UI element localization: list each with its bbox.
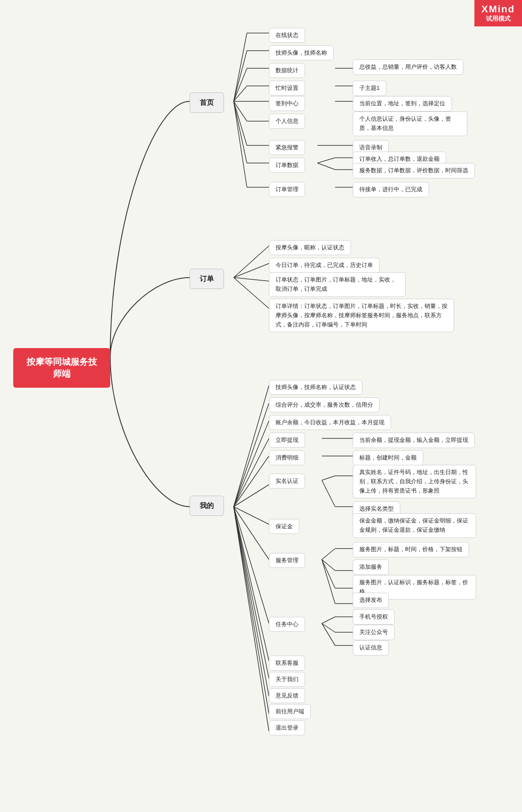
svg-line-45	[322, 549, 335, 560]
svg-line-38	[234, 485, 269, 507]
node-m3: 账户余额，今日收益，本月收益，本月提现	[269, 415, 391, 430]
xmind-subtitle: 试用模式	[481, 15, 515, 23]
svg-line-27	[234, 246, 269, 278]
node-h1: 在线状态	[269, 28, 305, 43]
root-label: 按摩等同城服务技师端	[26, 357, 97, 378]
category-orders-label: 订单	[200, 275, 214, 282]
node-m1: 技师头像，技师名称，认证状态	[269, 380, 362, 395]
node-m9-d3: 认证信息	[353, 640, 389, 656]
node-o2: 今日订单，待完成，已完成，历史订单	[269, 258, 380, 273]
node-m12: 意见反馈	[269, 688, 305, 703]
node-m9: 任务中心	[269, 617, 305, 632]
node-h2: 技师头像，技师名称	[269, 45, 334, 60]
node-m6: 实名认证	[269, 474, 305, 489]
svg-line-53	[234, 507, 269, 623]
node-m8-d2: 添加服务	[353, 560, 389, 575]
node-m11: 关于我们	[269, 672, 305, 687]
root-node: 按摩等同城服务技师端	[13, 348, 110, 388]
svg-line-63	[234, 507, 269, 714]
svg-line-54	[322, 617, 335, 623]
svg-line-33	[234, 421, 269, 507]
svg-line-51	[322, 560, 335, 604]
svg-line-49	[322, 560, 335, 588]
category-orders: 订单	[190, 269, 224, 289]
svg-line-2	[234, 51, 247, 101]
node-m13: 前往用户端	[269, 704, 311, 719]
svg-line-36	[234, 456, 269, 507]
svg-line-30	[234, 278, 269, 308]
node-m8: 服务管理	[269, 553, 305, 568]
node-m14: 退出登录	[269, 720, 305, 735]
category-mine: 我的	[190, 496, 224, 516]
node-o4: 订单详情：订单状态，订单图片，订单标题，时长，实收，销量，按摩师头像，按摩师名称…	[269, 299, 454, 332]
svg-line-28	[234, 263, 269, 278]
node-h5-detail: 当前位置，地址，签到，选择定位	[353, 96, 452, 111]
node-m9-d1: 手机号授权	[353, 609, 395, 625]
svg-line-34	[234, 438, 269, 507]
xmind-title: XMind	[481, 4, 515, 15]
svg-line-41	[322, 480, 335, 507]
svg-line-47	[322, 560, 335, 571]
node-m5-detail: 标题，创建时间，金额	[353, 450, 423, 466]
svg-line-31	[234, 386, 269, 507]
svg-line-60	[234, 507, 269, 661]
node-h4: 忙时设置	[269, 81, 305, 96]
svg-line-22	[317, 163, 335, 170]
node-h6: 个人信息	[269, 114, 305, 129]
node-h9-detail: 待接单，进行中，已完成	[353, 182, 429, 197]
svg-line-15	[234, 101, 247, 145]
svg-line-43	[234, 507, 269, 524]
node-m8-d1: 服务图片，标题，时间，价格，下架按钮	[353, 542, 469, 557]
svg-line-58	[322, 623, 335, 645]
svg-line-56	[322, 623, 335, 632]
node-m4-detail: 当前余额，提现金额，输入金额，立即提现	[353, 433, 475, 448]
node-m9-d2: 关注公众号	[353, 625, 395, 640]
node-h8-detail2: 服务数据，订单数据，评价数据，时间筛选	[353, 163, 475, 178]
svg-line-20	[317, 158, 335, 163]
node-m5: 消费明细	[269, 450, 305, 465]
svg-line-44	[234, 507, 269, 560]
category-mine-label: 我的	[200, 502, 214, 509]
svg-line-32	[234, 403, 269, 507]
xmind-badge: XMind 试用模式	[474, 0, 522, 26]
svg-line-61	[234, 507, 269, 679]
svg-line-62	[234, 507, 269, 696]
svg-line-4	[234, 68, 247, 101]
node-m10: 联系客服	[269, 656, 305, 671]
node-h4-detail: 子主题1	[353, 81, 386, 96]
node-m7: 保证金	[269, 519, 299, 534]
node-h3: 数据统计	[269, 63, 305, 78]
node-m8-d4: 选择发布	[353, 593, 389, 608]
node-m4: 立即提现	[269, 433, 305, 448]
node-h6-detail: 个人信息认证，身份认证，头像，资质，基本信息	[353, 111, 467, 136]
node-h8: 订单数据	[269, 158, 305, 173]
category-homepage-label: 首页	[200, 99, 214, 106]
svg-line-7	[234, 86, 247, 101]
svg-line-64	[234, 507, 269, 731]
node-m6-detail1: 真实姓名，证件号码，地址，出生日期，性别，联系方式，自我介绍，上传身份证，头像上…	[353, 465, 476, 498]
svg-line-39	[322, 476, 335, 480]
node-h5: 签到中心	[269, 96, 305, 111]
svg-line-18	[234, 101, 247, 163]
svg-line-13	[234, 101, 247, 121]
node-o3: 订单状态，订单图片，订单标题，地址，实收，取消订单，订单完成	[269, 272, 406, 297]
mind-map: XMind 试用模式 按摩等同城服务技师端	[0, 0, 522, 812]
svg-line-0	[234, 33, 247, 101]
node-h9: 订单管理	[269, 182, 305, 197]
node-o1: 按摩头像，昵称，认证状态	[269, 240, 351, 255]
svg-line-29	[234, 278, 269, 281]
category-homepage: 首页	[190, 93, 224, 113]
node-m7-detail: 保金金额，缴纳保证金，保证金明细，保证金规则，保证金退款，保证金缴纳	[353, 513, 476, 538]
node-h7: 紧急报警	[269, 140, 305, 155]
node-m2: 综合评分，成交率，服务次数，信用分	[269, 397, 380, 412]
svg-line-24	[234, 101, 247, 187]
node-h3-detail: 总收益，总销量，用户评价，访客人数	[353, 59, 463, 75]
